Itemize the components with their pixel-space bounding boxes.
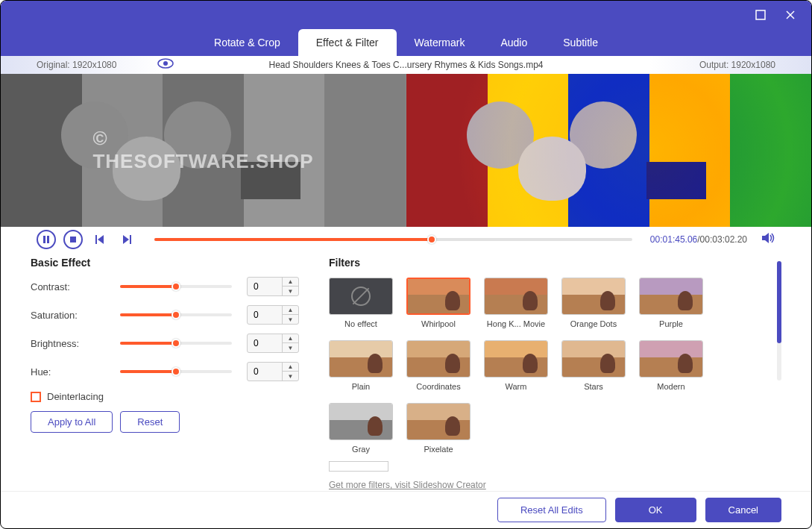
tab-effect-filter[interactable]: Effect & Filter bbox=[298, 29, 397, 56]
ok-button[interactable]: OK bbox=[615, 498, 696, 522]
filter-whirlpool[interactable]: Whirlpool bbox=[406, 278, 470, 328]
filters-panel: Filters No effectWhirlpoolHong K... Movi… bbox=[329, 257, 781, 491]
filter-coordinates[interactable]: Coordinates bbox=[406, 340, 470, 391]
pause-button[interactable] bbox=[37, 230, 56, 249]
filter-stars[interactable]: Stars bbox=[561, 340, 626, 391]
filter-thumbnail bbox=[406, 403, 470, 440]
deinterlacing-label: Deinterlacing bbox=[47, 391, 104, 402]
basic-effect-title: Basic Effect bbox=[31, 257, 314, 269]
filter-no-effect[interactable]: No effect bbox=[329, 278, 393, 328]
filter-label: Warm bbox=[484, 382, 548, 391]
effect-slider[interactable] bbox=[120, 285, 232, 288]
filter-label: Pixelate bbox=[406, 445, 470, 454]
filter-thumbnail bbox=[406, 278, 470, 315]
deinterlacing-checkbox[interactable] bbox=[31, 392, 41, 402]
link-box bbox=[329, 461, 388, 472]
filter-thumbnail bbox=[329, 278, 393, 315]
next-frame-button[interactable] bbox=[117, 230, 136, 249]
preview-row: © THESOFTWARE.SHOP bbox=[1, 74, 811, 227]
filter-plain[interactable]: Plain bbox=[329, 340, 393, 391]
spinner-up[interactable]: ▲ bbox=[283, 278, 298, 287]
progress-thumb[interactable] bbox=[427, 235, 436, 244]
effect-spinner[interactable]: ▲ ▼ bbox=[247, 305, 299, 325]
effect-label: Brightness: bbox=[31, 338, 120, 349]
effect-spinner[interactable]: ▲ ▼ bbox=[247, 277, 299, 296]
spinner-up[interactable]: ▲ bbox=[283, 363, 298, 372]
filter-warm[interactable]: Warm bbox=[484, 340, 548, 391]
preview-original: © THESOFTWARE.SHOP bbox=[1, 74, 406, 227]
filters-grid: No effectWhirlpoolHong K... MovieOrange … bbox=[329, 278, 768, 454]
close-button[interactable] bbox=[778, 3, 802, 27]
filter-orange-dots[interactable]: Orange Dots bbox=[561, 278, 626, 328]
tab-subtitle[interactable]: Subtitle bbox=[545, 29, 616, 56]
more-filters-row: Get more filters, visit Slideshow Creato… bbox=[329, 461, 768, 491]
stop-button[interactable] bbox=[63, 230, 83, 249]
preview-toggle-icon[interactable] bbox=[157, 58, 174, 71]
spinner-down[interactable]: ▼ bbox=[283, 287, 298, 295]
total-time: /00:03:02.20 bbox=[697, 234, 747, 245]
pause-icon bbox=[43, 236, 50, 243]
tab-rotate-crop[interactable]: Rotate & Crop bbox=[196, 29, 298, 56]
filter-label: Stars bbox=[561, 382, 626, 391]
slider-thumb[interactable] bbox=[171, 339, 180, 348]
effect-value-input[interactable] bbox=[248, 310, 282, 320]
minimize-icon bbox=[755, 10, 766, 20]
filter-label: Whirlpool bbox=[406, 319, 470, 328]
effect-slider[interactable] bbox=[120, 342, 232, 345]
cancel-button[interactable]: Cancel bbox=[705, 498, 781, 522]
slider-thumb[interactable] bbox=[171, 282, 180, 291]
spinner-down[interactable]: ▼ bbox=[283, 343, 298, 352]
filter-hong-k-movie[interactable]: Hong K... Movie bbox=[484, 278, 548, 328]
effect-row-contrast: Contrast: ▲ ▼ bbox=[31, 278, 314, 295]
filter-label: Orange Dots bbox=[561, 319, 626, 328]
effect-row-brightness: Brightness: ▲ ▼ bbox=[31, 334, 314, 352]
effect-label: Contrast: bbox=[31, 281, 120, 292]
effect-value-input[interactable] bbox=[248, 366, 282, 377]
filter-thumbnail bbox=[561, 278, 626, 315]
deinterlacing-row[interactable]: Deinterlacing bbox=[31, 391, 314, 402]
effect-slider[interactable] bbox=[120, 313, 232, 316]
prev-frame-button[interactable] bbox=[90, 230, 110, 249]
more-filters-link[interactable]: Get more filters, visit Slideshow Creato… bbox=[329, 480, 486, 490]
svg-marker-9 bbox=[98, 235, 104, 244]
filter-label: No effect bbox=[329, 319, 393, 328]
effect-value-input[interactable] bbox=[248, 338, 282, 348]
scrollbar-thumb[interactable] bbox=[777, 261, 781, 343]
reset-all-edits-button[interactable]: Reset All Edits bbox=[497, 498, 606, 522]
slider-thumb[interactable] bbox=[171, 367, 180, 376]
tab-watermark[interactable]: Watermark bbox=[397, 29, 483, 56]
filter-purple[interactable]: Purple bbox=[639, 278, 703, 328]
svg-rect-8 bbox=[95, 235, 97, 244]
filter-label: Purple bbox=[639, 319, 703, 328]
spinner-down[interactable]: ▼ bbox=[283, 372, 298, 381]
tab-audio[interactable]: Audio bbox=[482, 29, 545, 56]
minimize-button[interactable] bbox=[749, 3, 772, 27]
spinner-up[interactable]: ▲ bbox=[283, 334, 298, 343]
spinner-down[interactable]: ▼ bbox=[283, 315, 298, 324]
filter-thumbnail bbox=[406, 340, 470, 378]
apply-to-all-button[interactable]: Apply to All bbox=[31, 411, 113, 433]
spinner-up[interactable]: ▲ bbox=[283, 306, 298, 315]
stop-icon bbox=[70, 237, 76, 242]
next-icon bbox=[122, 235, 131, 244]
svg-rect-0 bbox=[756, 10, 765, 19]
svg-point-4 bbox=[163, 61, 168, 66]
volume-button[interactable] bbox=[762, 232, 775, 247]
basic-effect-panel: Basic Effect Contrast: ▲ ▼ Saturation: ▲… bbox=[31, 257, 314, 491]
slider-thumb[interactable] bbox=[171, 310, 180, 319]
effect-slider[interactable] bbox=[120, 370, 232, 373]
filter-gray[interactable]: Gray bbox=[329, 403, 393, 454]
filter-pixelate[interactable]: Pixelate bbox=[406, 403, 470, 454]
filters-scrollbar[interactable] bbox=[777, 261, 781, 381]
effect-spinner[interactable]: ▲ ▼ bbox=[247, 334, 299, 353]
reset-button[interactable]: Reset bbox=[120, 411, 180, 433]
filter-modern[interactable]: Modern bbox=[639, 340, 703, 391]
effect-row-hue: Hue: ▲ ▼ bbox=[31, 363, 314, 381]
filter-label: Coordinates bbox=[406, 382, 470, 391]
progress-bar[interactable] bbox=[154, 238, 632, 241]
editor-window: Rotate & CropEffect & FilterWatermarkAud… bbox=[0, 0, 812, 529]
effect-spinner[interactable]: ▲ ▼ bbox=[247, 362, 299, 381]
volume-icon bbox=[762, 232, 775, 244]
output-resolution: Output: 1920x1080 bbox=[699, 60, 775, 70]
effect-value-input[interactable] bbox=[248, 281, 282, 292]
